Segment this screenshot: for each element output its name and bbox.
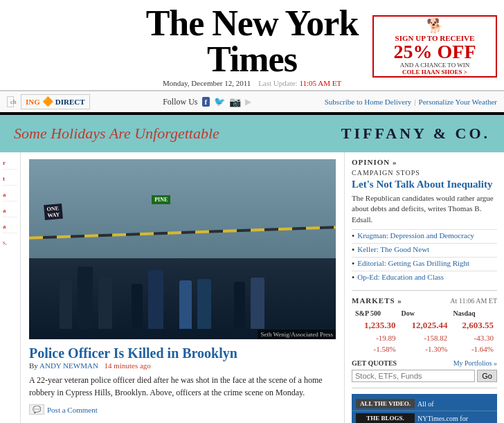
header: The New York Times Monday, December 12, … [0, 0, 504, 115]
opinion-link-2: Keller: The Good Newt [352, 243, 497, 257]
nasdaq-change2: -1.64% [451, 344, 496, 354]
markets-table: S&P 500 Dow Nasdaq 1,235.30 12,025.44 2,… [352, 307, 497, 355]
opinion-link-3-anchor[interactable]: Editorial: Getting Gas Drilling Right [357, 259, 469, 267]
sp-change1: -19.89 [353, 333, 398, 343]
site-title: The New York Times [132, 6, 372, 78]
last-update-time: 11:05 AM ET [299, 79, 341, 87]
main-article: ONEWAY PINE Seth Wenig/Associated Press … [21, 152, 345, 423]
image-caption: Seth Wenig/Associated Press [258, 330, 336, 339]
subscribe-link[interactable]: Subscribe to Home Delivery [325, 98, 412, 106]
article-byline: By ANDY NEWMAN 14 minutes ago [29, 361, 336, 370]
article-body: A 22-year veteran police officer died af… [29, 374, 336, 399]
left-nav-item-2[interactable]: t [3, 175, 17, 186]
ad-bottom-text: AND A CHANCE TO WIN [400, 62, 470, 69]
nav-bar: ch ING 🔶 DIRECT Follow Us f 🐦 📷 ▶ Subscr… [0, 91, 504, 114]
comment-icon: 💬 [29, 404, 44, 415]
opinion-link-1-anchor[interactable]: Krugman: Depression and Democracy [357, 231, 474, 240]
left-nav-item[interactable]: r [3, 159, 17, 170]
facebook-icon[interactable]: f [202, 97, 210, 107]
get-quotes-label: GET QUOTES [352, 359, 397, 367]
nasdaq-value: 2,603.55 [451, 319, 496, 332]
street-sign-pine: PINE [152, 195, 170, 204]
opinion-links: Krugman: Depression and Democracy Keller… [352, 229, 497, 285]
personalize-link[interactable]: Personalize Your Weather [419, 98, 497, 106]
opinion-link-3: Editorial: Getting Gas Drilling Right [352, 257, 497, 271]
opinion-link-4: Op-Ed: Education and Class [352, 271, 497, 285]
promo-row-blogs: THE BLOGS. NYTimes.com for [352, 411, 497, 423]
last-update-label: Last Update: [258, 79, 298, 87]
follow-us-label: Follow Us [163, 97, 197, 107]
promo-row-video: ALL THE VIDEO. All of [352, 397, 497, 411]
nav-separator-pipe: | [414, 98, 415, 106]
dow-change2: -1.30% [399, 344, 450, 354]
street-sign-one-way: ONEWAY [44, 204, 63, 220]
opinion-body: The Republican candidates would rather a… [352, 193, 497, 225]
nav-separator: ▶ [245, 97, 251, 107]
byline-prefix: By [29, 361, 38, 370]
author-link[interactable]: ANDY NEWMAN [39, 361, 98, 370]
article-headline[interactable]: Police Officer Is Killed in Brooklyn [29, 345, 237, 361]
nav-links: Subscribe to Home Delivery | Personalize… [325, 98, 497, 106]
left-nav-item-5[interactable]: a [3, 223, 17, 233]
banner-ad-text: Some Holidays Are Unforgettable [14, 125, 219, 143]
go-button[interactable]: Go [477, 370, 497, 382]
markets-header: MARKETS » At 11:06 AM ET [352, 296, 497, 305]
opinion-headline[interactable]: Let's Not Talk About Inequality [352, 178, 497, 190]
header-advertisement[interactable]: 🐕 SIGN UP TO RECEIVE 25% OFF AND A CHANC… [372, 15, 497, 78]
promo-tag-video: ALL THE VIDEO. [356, 399, 415, 408]
comment-link[interactable]: 💬 Post a Comment [29, 404, 336, 415]
ad-brand: COLE HAAN SHOES > [402, 69, 467, 75]
my-portfolios-link[interactable]: My Portfolios » [453, 359, 497, 367]
promo-box[interactable]: ALL THE VIDEO. All of THE BLOGS. NYTimes… [352, 394, 497, 423]
banner-brand: TIFFANY & CO. [341, 125, 490, 143]
right-column: OPINION » CAMPAIGN STOPS Let's Not Talk … [345, 152, 504, 423]
article-image: ONEWAY PINE Seth Wenig/Associated Press [29, 159, 336, 339]
dog-image: 🐕 [426, 17, 444, 34]
opinion-link-2-anchor[interactable]: Keller: The Good Newt [357, 245, 429, 253]
banner-advertisement[interactable]: Some Holidays Are Unforgettable TIFFANY … [0, 115, 504, 152]
market-header-sp: S&P 500 [353, 309, 398, 318]
quotes-input[interactable] [352, 370, 475, 382]
ad-discount: 25% OFF [394, 42, 476, 62]
ing-direct-logo[interactable]: ING 🔶 DIRECT [21, 94, 90, 109]
market-header-dow: Dow [399, 309, 450, 318]
opinion-label: OPINION » [352, 158, 497, 166]
markets-label: MARKETS » [352, 296, 402, 305]
promo-text-2: NYTimes.com for [417, 415, 468, 422]
left-sidebar: r t a a a s, [0, 152, 21, 423]
sp-change2: -1.58% [353, 344, 398, 354]
markets-time: At 11:06 AM ET [450, 297, 497, 305]
date-line: Monday, December 12, 2011 Last Update: 1… [132, 79, 372, 87]
twitter-icon[interactable]: 🐦 [214, 96, 225, 107]
left-nav-item-6[interactable]: s, [3, 239, 17, 246]
date: Monday, December 12, 2011 [163, 79, 251, 87]
left-nav-item-4[interactable]: a [3, 207, 17, 217]
people-silhouettes [60, 267, 264, 329]
promo-tag-blogs: THE BLOGS. [356, 413, 415, 423]
left-nav-item-3[interactable]: a [3, 191, 17, 201]
markets-section: MARKETS » At 11:06 AM ET S&P 500 Dow Nas… [352, 296, 497, 388]
sp-value: 1,235.30 [353, 319, 398, 332]
opinion-link-1: Krugman: Depression and Democracy [352, 229, 497, 243]
opinion-link-4-anchor[interactable]: Op-Ed: Education and Class [357, 273, 444, 281]
time-ago: 14 minutes ago [105, 361, 151, 370]
follow-us-section: Follow Us f 🐦 📷 ▶ [97, 96, 318, 108]
dow-change1: -158.82 [399, 333, 450, 343]
nasdaq-change1: -43.30 [451, 333, 496, 343]
search-stub: ch [7, 96, 14, 107]
market-header-nasdaq: Nasdaq [451, 309, 496, 318]
main-content: r t a a a s, ONEWAY PINE [0, 152, 504, 423]
promo-text-1: All of [417, 400, 434, 408]
opinion-section: OPINION » CAMPAIGN STOPS Let's Not Talk … [352, 158, 497, 291]
opinion-subsection: CAMPAIGN STOPS [352, 169, 497, 177]
camera-icon[interactable]: 📷 [229, 96, 241, 108]
quotes-form: Go [352, 370, 497, 382]
post-comment-link[interactable]: Post a Comment [47, 406, 98, 414]
dow-value: 12,025.44 [399, 319, 450, 332]
